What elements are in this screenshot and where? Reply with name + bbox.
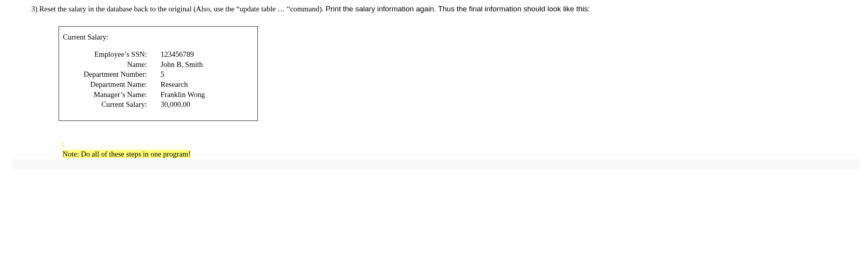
instruction-text-serif: 3) Reset the salary in the database back… [31, 5, 325, 13]
box-title: Current Salary: [63, 32, 254, 43]
row-value: John B. Smith [161, 59, 254, 70]
row-value: 123456789 [161, 49, 254, 59]
output-row: Manager’s Name:Franklin Wong [63, 90, 254, 100]
row-label: Department Number: [63, 69, 161, 79]
row-value: Franklin Wong [161, 90, 254, 100]
output-rows: Employee’s SSN:123456789Name:John B. Smi… [63, 49, 254, 110]
instruction-text-sans: Print the salary information again. Thus… [325, 5, 590, 13]
output-row: Employee’s SSN:123456789 [63, 49, 254, 59]
footer-bar [12, 159, 860, 169]
note-text: Note: Do all of these steps in one progr… [63, 150, 191, 158]
output-row: Department Number:5 [63, 69, 254, 79]
output-row: Name:John B. Smith [63, 59, 254, 70]
output-box: Current Salary: Employee’s SSN:123456789… [59, 26, 258, 121]
row-label: Employee’s SSN: [63, 49, 161, 59]
row-value: Research [161, 79, 254, 90]
highlight-cursor [63, 141, 64, 148]
instruction-paragraph: 3) Reset the salary in the database back… [8, 4, 860, 14]
row-label: Name: [63, 59, 161, 70]
output-row: Current Salary:30,000.00 [63, 99, 254, 110]
row-label: Manager’s Name: [63, 90, 161, 100]
output-row: Department Name:Research [63, 79, 254, 90]
row-value: 30,000.00 [161, 99, 254, 110]
row-label: Department Name: [63, 79, 161, 90]
row-value: 5 [161, 69, 254, 79]
note-block: Note: Do all of these steps in one progr… [63, 138, 860, 159]
row-label: Current Salary: [63, 99, 161, 110]
